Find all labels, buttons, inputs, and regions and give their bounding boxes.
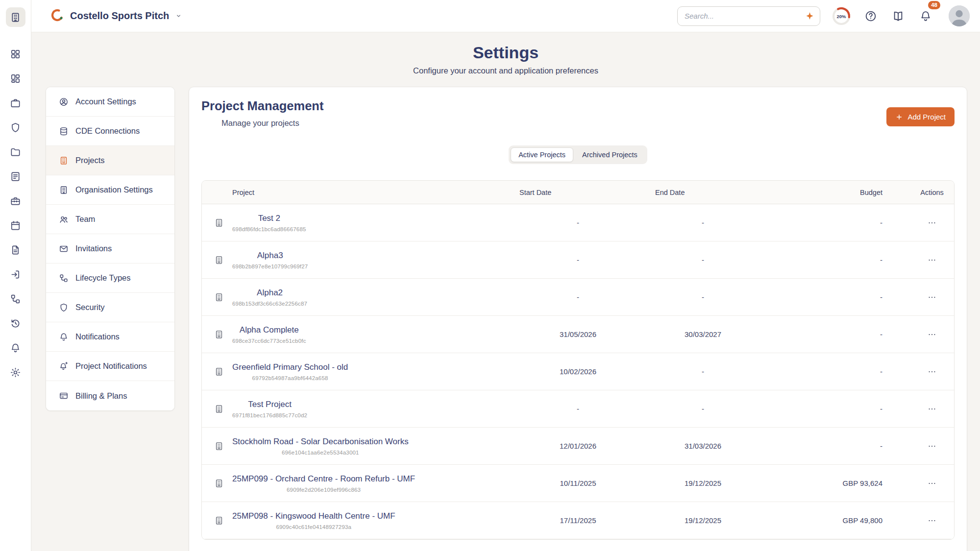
project-name-link[interactable]: Alpha Complete	[240, 325, 299, 335]
top-bar: Costello Sports Pitch 20%	[31, 0, 980, 32]
report-icon[interactable]	[4, 164, 27, 189]
bell-icon[interactable]	[4, 335, 27, 360]
actions-cell	[890, 365, 954, 379]
help-button[interactable]	[862, 8, 879, 24]
table-row: Test Project6971f81bec176d885c77c0d2---	[202, 390, 954, 428]
start-date-cell: 10/11/2025	[515, 479, 640, 487]
row-actions-button[interactable]	[925, 514, 939, 527]
row-actions-button[interactable]	[925, 365, 939, 379]
table-row: Alpha3698b2b897e8e10799c969f27---	[202, 241, 954, 279]
avatar[interactable]	[949, 5, 970, 26]
settings-nav-item-team[interactable]: Team	[46, 205, 174, 234]
project-doc-icon	[214, 330, 224, 339]
settings-nav-item-cde-connections[interactable]: CDE Connections	[46, 117, 174, 146]
settings-nav-item-lifecycle-types[interactable]: Lifecycle Types	[46, 264, 174, 293]
rail-icon-list	[4, 42, 27, 384]
history-icon[interactable]	[4, 311, 27, 335]
file-icon[interactable]	[4, 238, 27, 262]
card-icon	[59, 391, 69, 401]
calendar-icon[interactable]	[4, 213, 27, 238]
table-row: Greenfield Primary School - old69792b549…	[202, 353, 954, 390]
end-date-cell: -	[640, 405, 765, 413]
toolbox-icon[interactable]	[4, 189, 27, 213]
workflow-icon[interactable]	[4, 287, 27, 311]
budget-cell: -	[765, 367, 890, 376]
project-name-link[interactable]: 25MP099 - Orchard Centre - Room Refurb -…	[232, 474, 415, 484]
export-icon[interactable]	[4, 262, 27, 287]
building-icon[interactable]	[6, 7, 25, 27]
page-subtitle: Configure your account and application p…	[31, 66, 980, 75]
start-date-cell: -	[515, 293, 640, 301]
tab-active-projects[interactable]: Active Projects	[511, 147, 573, 162]
start-date-cell: -	[515, 405, 640, 413]
row-actions-button[interactable]	[925, 477, 939, 490]
building-icon	[59, 185, 69, 195]
row-actions-button[interactable]	[925, 216, 939, 230]
row-actions-button[interactable]	[925, 290, 939, 304]
settings-nav-label: Security	[75, 303, 105, 312]
settings-nav-item-project-notifications[interactable]: Project Notifications	[46, 352, 174, 381]
budget-cell: -	[765, 442, 890, 450]
project-id: 698df86fdc1bc6ad86667685	[232, 226, 306, 232]
row-actions-button[interactable]	[925, 402, 939, 416]
add-project-button[interactable]: Add Project	[886, 107, 955, 126]
sparkle-icon[interactable]	[805, 11, 815, 21]
settings-nav-item-account-settings[interactable]: Account Settings	[46, 87, 174, 117]
settings-nav-item-security[interactable]: Security	[46, 293, 174, 322]
col-header-start-date: Start Date	[515, 189, 640, 196]
row-actions-button[interactable]	[925, 253, 939, 267]
section-title: Project Management	[201, 99, 323, 113]
project-name-link[interactable]: Stockholm Road - Solar Decarbonisation W…	[232, 437, 409, 447]
project-tabs: Active ProjectsArchived Projects	[509, 145, 647, 164]
tab-archived-projects[interactable]: Archived Projects	[574, 147, 645, 162]
actions-cell	[890, 216, 954, 230]
grid-alt-icon[interactable]	[4, 66, 27, 91]
gear-icon[interactable]	[4, 360, 27, 384]
settings-nav-label: Organisation Settings	[75, 185, 153, 194]
project-name-link[interactable]: Greenfield Primary School - old	[232, 362, 348, 372]
start-date-cell: 31/05/2026	[515, 330, 640, 338]
project-cell: Alpha2698b153df3c66c63e2256c87	[202, 288, 515, 307]
settings-nav-item-notifications[interactable]: Notifications	[46, 322, 174, 352]
project-name-link[interactable]: Test 2	[258, 214, 280, 223]
settings-nav-label: Invitations	[75, 244, 112, 253]
settings-nav-label: Team	[75, 215, 95, 224]
table-row: Stockholm Road - Solar Decarbonisation W…	[202, 428, 954, 465]
notification-count-badge: 48	[928, 1, 940, 10]
project-text-block: 25MP099 - Orchard Centre - Room Refurb -…	[232, 474, 415, 493]
project-cell: 25MP098 - Kingswood Health Centre - UMF6…	[202, 511, 515, 530]
settings-nav-item-organisation-settings[interactable]: Organisation Settings	[46, 175, 174, 205]
budget-cell: -	[765, 405, 890, 413]
briefcase-icon[interactable]	[4, 91, 27, 115]
page-header: Settings Configure your account and appl…	[31, 43, 980, 75]
project-id: 698b153df3c66c63e2256c87	[232, 301, 307, 307]
table-row: 25MP099 - Orchard Centre - Room Refurb -…	[202, 465, 954, 502]
col-header-end-date: End Date	[640, 189, 765, 196]
actions-cell	[890, 402, 954, 416]
shield-icon[interactable]	[4, 115, 27, 140]
grid-icon[interactable]	[4, 42, 27, 66]
usage-gauge[interactable]: 20%	[831, 6, 852, 26]
row-actions-button[interactable]	[925, 439, 939, 453]
org-switcher[interactable]: Costello Sports Pitch	[50, 8, 183, 24]
docs-button[interactable]	[890, 8, 906, 24]
project-cell: Test Project6971f81bec176d885c77c0d2	[202, 400, 515, 418]
project-name-link[interactable]: Test Project	[248, 400, 292, 409]
row-actions-button[interactable]	[925, 328, 939, 341]
end-date-cell: 31/03/2026	[640, 442, 765, 450]
project-id: 69792b54987aa9bf6442a658	[252, 375, 328, 381]
settings-nav-item-billing-plans[interactable]: Billing & Plans	[46, 381, 174, 410]
settings-nav-item-projects[interactable]: Projects	[46, 146, 174, 175]
project-text-block: Test 2698df86fdc1bc6ad86667685	[232, 214, 306, 232]
project-name-link[interactable]: Alpha2	[257, 288, 283, 298]
project-name-link[interactable]: Alpha3	[257, 251, 283, 261]
notifications-button[interactable]: 48	[917, 8, 934, 24]
users-icon	[59, 215, 69, 224]
budget-cell: -	[765, 218, 890, 227]
search-input[interactable]	[677, 6, 820, 26]
folder-icon[interactable]	[4, 140, 27, 164]
settings-nav-item-invitations[interactable]: Invitations	[46, 234, 174, 264]
card-title-block: Project Management Manage your projects	[201, 99, 323, 128]
project-name-link[interactable]: 25MP098 - Kingswood Health Centre - UMF	[232, 511, 395, 521]
plus-icon	[895, 113, 903, 121]
